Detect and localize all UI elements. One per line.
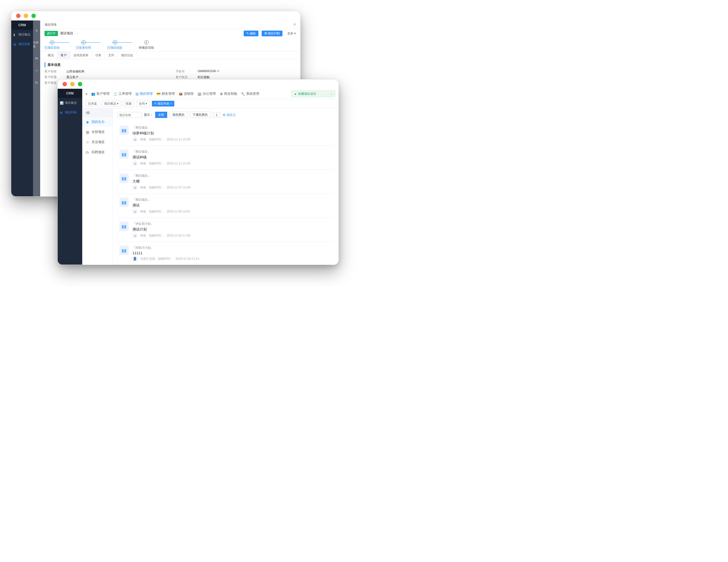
sidebar: CRM ▮ 项目概况 ▤ 项目列表: [11, 20, 33, 196]
tab-log[interactable]: 项目日志: [118, 52, 137, 59]
nav-system[interactable]: 🔧 系统管理: [241, 92, 259, 96]
cat-mine[interactable]: ◉ 我的在办: [82, 117, 113, 127]
calendar-icon[interactable]: 🗀: [35, 81, 38, 84]
time-label: 创建时间：: [149, 161, 164, 166]
created-time: 2023-11-11 15:39: [167, 138, 190, 141]
menu-toggle-icon[interactable]: ≡: [86, 92, 87, 96]
nav-project[interactable]: ▤ 项目管理: [135, 92, 153, 96]
project-card[interactable]: ▮▮「伊拉克计划」测试计划☁体验创建时间：2023-11-03 17:49: [117, 218, 334, 242]
tab-contract[interactable]: 合同及财务: [70, 52, 92, 59]
project-card[interactable]: ▮▮「测试项目」测试种植☁体验创建时间：2023-11-11 15:28: [117, 146, 334, 170]
menu-icon[interactable]: ≡: [36, 29, 37, 33]
sidebar-item-project-list[interactable]: ▤ 项目列表: [58, 108, 82, 117]
more-menu[interactable]: 更多 ▾: [287, 31, 296, 36]
nav-finance[interactable]: 💳 财务管理: [157, 92, 175, 96]
grid-icon: ▥: [86, 130, 89, 134]
panel-collapse[interactable]: ‹▤: [82, 108, 113, 117]
nav-bi[interactable]: 🖥 商业智能: [220, 92, 237, 96]
project-owner: 体验: [140, 234, 146, 238]
toast-close-icon[interactable]: ×: [331, 92, 332, 96]
chat-icon[interactable]: ✉: [35, 57, 38, 60]
project-title: 绿萝种植计划: [132, 131, 190, 136]
tab-file[interactable]: 文件: [105, 52, 118, 59]
cloud-avatar-icon: ☁: [132, 161, 137, 166]
nav-office[interactable]: 🏢 办公管理: [198, 92, 216, 96]
search-input[interactable]: [117, 112, 142, 118]
project-title: 测试项目: [60, 31, 73, 36]
sidebar-item-project-list[interactable]: ▤ 项目列表: [11, 39, 33, 49]
sidebar-item-overview[interactable]: 📊 项目概况: [58, 98, 82, 108]
sidebar-item-overview[interactable]: ▮ 项目概况: [11, 30, 33, 39]
nav-ticket[interactable]: 🧾 工单管理: [113, 92, 132, 96]
crumb-overview[interactable]: 项目概况 ▾: [102, 101, 121, 107]
status-badge: 进行中: [45, 31, 58, 36]
seg-mine[interactable]: 我负责的: [169, 112, 187, 118]
thumb-icon: ▮▮: [119, 222, 129, 231]
bell-icon[interactable]: ☆: [35, 69, 38, 72]
sidebar: CRM 📊 项目概况 ▤ 项目列表: [58, 89, 82, 265]
step-3-icon: 3: [113, 40, 117, 45]
project-title: 测试: [132, 203, 190, 208]
project-category: 「测试项目」: [132, 198, 190, 202]
project-card[interactable]: ▮▮「测试项目」大棚☁体验创建时间：2023-11-07 15:44: [117, 170, 334, 194]
nav-customer[interactable]: 👥 客户管理: [91, 92, 110, 96]
close-icon[interactable]: ×: [293, 22, 296, 27]
archive-icon: 🗀: [86, 151, 89, 154]
tab-customer[interactable]: 客户: [57, 52, 70, 59]
rail-dashboard-label[interactable]: 仪表盘: [33, 41, 40, 48]
edit-button[interactable]: ✎ 编辑: [244, 31, 258, 36]
seg-1[interactable]: 1: [213, 112, 220, 118]
project-owner: 体验: [140, 137, 146, 142]
cat-starred[interactable]: ☆ 关注项目: [82, 137, 113, 147]
crumb-contract[interactable]: 合同 ▾: [136, 101, 150, 107]
brand: CRM: [11, 20, 33, 30]
project-card[interactable]: ▮▮「测试项目」绿萝种植计划☁体验创建时间：2023-11-11 15:39: [117, 122, 334, 146]
crumb-lead[interactable]: 线索: [123, 101, 134, 107]
archive-button[interactable]: ✪ 项目归档: [262, 31, 282, 36]
breadcrumb: 仪表盘 项目概况 ▾ 线索 合同 ▾ ✕ 项目列表 ×: [82, 99, 338, 108]
cloud-avatar-icon: ☁: [132, 233, 137, 238]
project-category: 「测试项目」: [132, 150, 190, 154]
cat-label: 归档项目: [92, 150, 105, 155]
nav-stock[interactable]: 📦 进销存: [179, 92, 194, 96]
list-icon: ▤: [60, 111, 63, 114]
detail-tabs: 概况 客户 合同及财务 任务 文件 项目日志: [40, 51, 300, 59]
traffic-close-icon[interactable]: [63, 82, 67, 86]
time-label: 创建时间：: [149, 137, 164, 142]
tab-overview[interactable]: 概况: [45, 52, 57, 59]
step-label: 待项目完结: [139, 46, 154, 50]
refresh-icon[interactable]: ⟳: [217, 69, 219, 73]
custom-filter[interactable]: ⚙ 自定义: [223, 113, 236, 117]
project-owner: 体验: [140, 186, 146, 190]
cloud-avatar-icon: ☁: [132, 185, 137, 190]
project-card[interactable]: ▮▮「测试项目」测试☁体验创建时间：2023-11-06 18:41: [117, 194, 334, 218]
traffic-minimize-icon[interactable]: [70, 82, 75, 86]
traffic-zoom-icon[interactable]: [31, 14, 36, 18]
project-card[interactable]: ▮▮「阿富汗计划」11111👤乌克兰总统创建时间：2023-11-03 11:5…: [117, 242, 334, 265]
brand: CRM: [58, 89, 82, 98]
created-time: 2023-11-03 17:49: [167, 234, 190, 237]
step-label: 已签署合同: [76, 46, 91, 50]
tab-task[interactable]: 任务: [92, 52, 105, 59]
traffic-zoom-icon[interactable]: [78, 82, 82, 86]
cat-label: 关注项目: [92, 140, 105, 145]
cat-all[interactable]: ▥ 全部项目: [82, 127, 113, 137]
created-time: 2023-11-03 11:51: [176, 257, 199, 260]
seg-all[interactable]: 全部: [155, 112, 167, 118]
value: 重点客户: [66, 75, 78, 79]
crumb-dashboard[interactable]: 仪表盘: [86, 101, 99, 107]
project-title: 11111: [132, 251, 199, 255]
seg-sub[interactable]: 下属负责的: [190, 112, 211, 118]
project-list-pane: 显示： 全部 我负责的 下属负责的 1 ⚙ 自定义 ▮▮「测试项目」绿萝种植计划…: [113, 108, 338, 265]
sidebar-item-label: 项目概况: [65, 101, 77, 105]
toast-text: 收藏项目成功: [298, 92, 316, 96]
cloud-avatar-icon: ☁: [132, 137, 137, 142]
traffic-minimize-icon[interactable]: [24, 14, 28, 18]
cat-archived[interactable]: 🗀 归档项目: [82, 147, 113, 157]
crumb-active-tab[interactable]: ✕ 项目列表 ×: [152, 101, 174, 107]
star-icon[interactable]: ☆: [75, 32, 78, 36]
toast-success: ● 收藏项目成功 ×: [291, 90, 335, 97]
progress-steps: 1已项目启动 2已签署合同 3已项目回款 4待项目完结: [40, 38, 300, 51]
traffic-close-icon[interactable]: [16, 14, 20, 18]
cat-label: 全部项目: [92, 130, 105, 134]
